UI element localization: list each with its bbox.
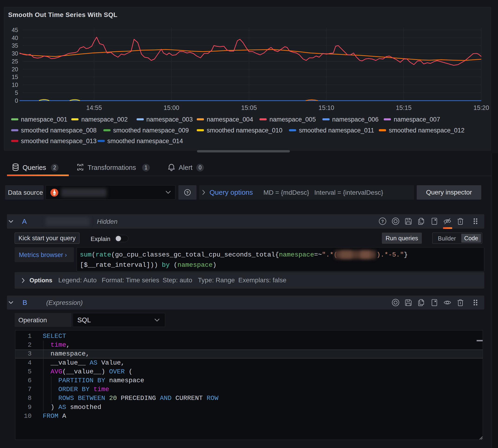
svg-text:0: 0 [15, 97, 18, 104]
svg-text:15:05: 15:05 [241, 104, 257, 111]
svg-text:14:55: 14:55 [86, 104, 102, 111]
svg-text:15:00: 15:00 [164, 104, 179, 111]
svg-text:10: 10 [12, 81, 18, 88]
svg-text:45: 45 [12, 27, 18, 33]
svg-text:20: 20 [12, 66, 18, 73]
svg-text:25: 25 [12, 58, 18, 64]
svg-text:?: ? [186, 191, 189, 195]
svg-text:5: 5 [15, 89, 18, 96]
svg-text:40: 40 [12, 35, 18, 41]
svg-text:15: 15 [12, 74, 18, 80]
svg-text:15:20: 15:20 [473, 104, 489, 111]
svg-text:30: 30 [12, 50, 18, 57]
svg-text:35: 35 [12, 42, 18, 49]
svg-text:15:10: 15:10 [318, 104, 334, 111]
svg-text:15:15: 15:15 [396, 104, 412, 111]
